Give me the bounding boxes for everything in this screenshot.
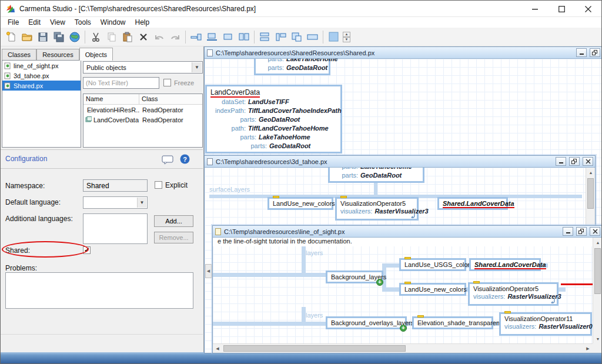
node-background-layers[interactable]: Background_layers — [326, 271, 383, 283]
px-file-icon — [4, 82, 11, 89]
node-shared-landcoverdata[interactable]: Shared.LandCoverData — [469, 258, 541, 271]
menu-tools[interactable]: Tools — [70, 18, 96, 27]
node-landuse-usgs-colors[interactable]: LandUse_USGS_colors — [399, 258, 466, 271]
menu-window[interactable]: Window — [96, 18, 131, 27]
diagram-canvas-line-of-sight[interactable]: e the line-of-sight tutorial in the docu… — [213, 238, 602, 353]
column-header-class[interactable]: Class — [139, 94, 160, 104]
open-folder-icon[interactable] — [19, 29, 35, 45]
node-visualizationoperator5[interactable]: VisualizationOperator5 visualizers:Raste… — [335, 197, 419, 221]
text-filter-input[interactable] — [83, 77, 159, 89]
mdi-titlebar[interactable]: C:\Temp\sharedresources\SharedResources\… — [205, 47, 602, 59]
same-size-icon[interactable] — [289, 29, 305, 45]
modified-marker-icon — [273, 196, 279, 198]
copy-icon[interactable] — [103, 29, 119, 45]
mdi-close-button[interactable] — [583, 157, 593, 166]
comment-bubble-icon[interactable] — [162, 155, 173, 165]
scroll-left-icon[interactable]: ◀ — [213, 344, 222, 353]
undo-icon[interactable] — [151, 29, 167, 45]
add-icon[interactable] — [376, 279, 383, 286]
node-visualizationoperator11[interactable]: VisualizationOperator11 visualizers:Rast… — [499, 312, 592, 336]
scroll-right-icon[interactable]: ▶ — [583, 344, 593, 353]
globe-icon[interactable] — [66, 29, 82, 45]
redo-icon[interactable] — [167, 29, 183, 45]
wide-rect-icon[interactable] — [305, 29, 320, 45]
node-partial-geodataroot[interactable]: parts:LakeTahoeHome parts:GeoDataRoot — [328, 168, 424, 183]
panel-collapse-arrow-icon[interactable]: ◀ — [205, 264, 212, 278]
namespace-input[interactable] — [83, 179, 148, 192]
node-landuse-new-colors[interactable]: LandUse_new_colors — [399, 283, 466, 296]
scrollbar-thumb[interactable] — [223, 345, 406, 352]
scrollbar-thumb[interactable] — [594, 248, 601, 294]
mdi-restore-button[interactable] — [590, 48, 600, 57]
table-row[interactable]: ElevationHiResR... ReadOperator — [83, 105, 202, 115]
menu-file[interactable]: File — [3, 18, 24, 27]
scrollbar-thumb[interactable] — [587, 178, 594, 209]
node-shared-landcoverdata[interactable]: Shared.LandCoverData — [437, 197, 508, 210]
scroll-up-icon[interactable]: ▲ — [586, 168, 595, 177]
mdi-restore-button[interactable] — [569, 157, 580, 166]
mdi-minimize-button[interactable] — [576, 48, 587, 57]
mdi-minimize-button[interactable] — [563, 227, 573, 236]
align-left-icon[interactable] — [188, 29, 204, 45]
save-all-icon[interactable] — [51, 29, 66, 45]
distribute-rows-icon[interactable] — [257, 29, 273, 45]
stepper-up-icon[interactable]: ▲ — [343, 32, 350, 37]
node-landcoverdata[interactable]: LandCoverData dataSet:LandUseTIFF indexP… — [205, 85, 342, 153]
mdi-window-title: C:\Temp\sharedresources\SharedResources\… — [216, 49, 573, 56]
align-rect-icon[interactable] — [220, 29, 236, 45]
table-row[interactable]: LandCoverData ReadOperator — [83, 115, 202, 125]
minimize-button[interactable] — [522, 1, 549, 17]
new-file-icon[interactable] — [3, 29, 19, 45]
mdi-titlebar[interactable]: C:\Temp\sharedresources\3d_tahoe.px — [205, 156, 595, 168]
maximize-button[interactable] — [549, 1, 575, 17]
delete-icon[interactable] — [135, 29, 151, 45]
explicit-checkbox[interactable] — [155, 181, 162, 189]
save-icon[interactable] — [35, 29, 51, 45]
align-bottom-icon[interactable] — [204, 29, 220, 45]
vertical-scrollbar[interactable]: ▲ ▼ — [593, 238, 602, 343]
node-elevation-shade-transparent[interactable]: Elevation_shade_transparent — [412, 316, 493, 329]
cut-icon[interactable] — [88, 29, 103, 45]
mdi-minimize-button[interactable] — [556, 157, 566, 166]
remove-button[interactable]: Remove... — [154, 232, 193, 243]
align-mixed-icon[interactable] — [273, 29, 289, 45]
node-visualizationoperator5[interactable]: VisualizationOperator5 visualizers:Raste… — [468, 282, 558, 306]
column-header-name[interactable]: Name — [83, 94, 139, 104]
collapse-arrow-icon[interactable] — [550, 298, 556, 304]
menu-help[interactable]: Help — [131, 18, 155, 27]
mdi-close-button[interactable] — [590, 227, 600, 236]
additional-languages-list[interactable] — [83, 213, 148, 244]
zoom-stepper[interactable]: ▲ ▼ — [343, 32, 350, 42]
node-landuse-new-colors[interactable]: LandUse_new_colors — [267, 197, 333, 210]
divider — [1, 168, 203, 169]
toolbar-separator — [254, 31, 255, 44]
scroll-up-icon[interactable]: ▲ — [593, 238, 602, 247]
freeze-checkbox[interactable] — [163, 79, 171, 86]
add-icon[interactable] — [400, 325, 407, 332]
file-list-item[interactable]: 3d_tahoe.px — [2, 71, 81, 81]
align-pair-icon[interactable] — [236, 29, 252, 45]
mdi-restore-button[interactable] — [576, 227, 587, 236]
paste-icon[interactable] — [119, 29, 135, 45]
tab-objects[interactable]: Objects — [79, 48, 113, 61]
scroll-down-icon[interactable]: ▼ — [593, 334, 602, 343]
node-partial-geodataroot[interactable]: parts:LakeTahoeHome parts:GeoDataRoot — [254, 59, 330, 75]
object-scope-dropdown[interactable]: Public objects ▼ — [83, 61, 203, 74]
carmenta-studio-window: Carmenta Studio - [C:\Temp\sharedresourc… — [0, 0, 602, 364]
horizontal-scrollbar[interactable]: ◀ ▶ — [213, 343, 593, 353]
problems-box[interactable] — [5, 272, 193, 309]
menu-view[interactable]: View — [45, 18, 70, 27]
add-button[interactable]: Add... — [154, 215, 193, 227]
prop-name: parts: — [210, 133, 256, 142]
stepper-down-icon[interactable]: ▼ — [343, 37, 350, 42]
file-list-item-selected[interactable]: Shared.px — [2, 81, 81, 91]
close-button[interactable] — [575, 1, 601, 17]
collapse-arrow-icon[interactable] — [410, 213, 416, 219]
help-icon[interactable]: ? — [180, 154, 190, 164]
menu-edit[interactable]: Edit — [24, 18, 45, 27]
grid-size-icon[interactable] — [326, 29, 342, 45]
default-language-dropdown[interactable]: ▼ — [83, 196, 148, 209]
file-list-item[interactable]: line_of_sight.px — [2, 61, 81, 71]
mdi-titlebar[interactable]: C:\Temp\sharedresources\line_of_sight.px — [213, 226, 602, 238]
node-background-overlays-layers[interactable]: Background_overlays_layers — [326, 316, 407, 329]
